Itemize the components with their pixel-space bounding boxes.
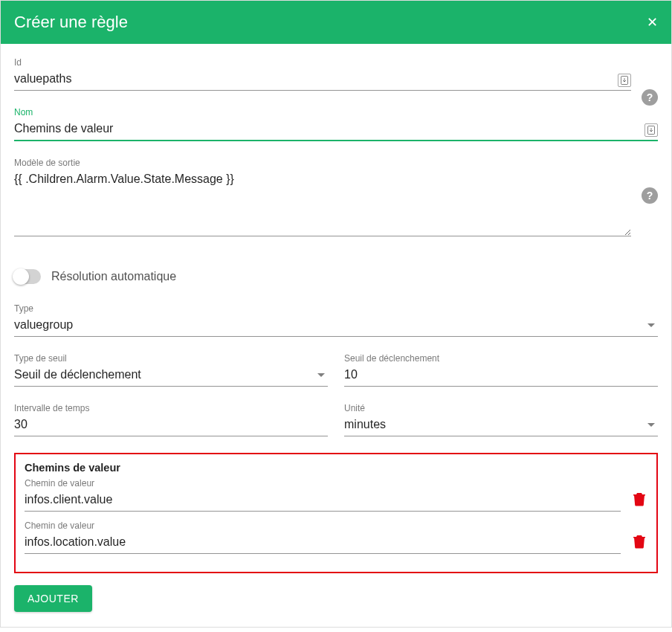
output-model-textarea[interactable]: [14, 170, 631, 236]
id-label: Id: [14, 57, 631, 68]
delete-path-button[interactable]: [631, 532, 647, 552]
modal-header: Créer une règle ✕: [1, 1, 671, 44]
auto-resolution-label: Résolution automatique: [51, 270, 176, 283]
input-suffix-icon: [644, 123, 658, 137]
value-path-input[interactable]: [25, 490, 621, 511]
chevron-down-icon: [647, 423, 655, 427]
type-value: valuegroup: [14, 318, 647, 332]
unit-select[interactable]: minutes: [344, 415, 658, 436]
chevron-down-icon: [317, 373, 325, 377]
modal-body: Id ? Nom Modèle de: [1, 44, 671, 627]
help-icon[interactable]: ?: [642, 89, 658, 106]
time-interval-input[interactable]: [14, 415, 328, 436]
value-path-row: Chemin de valeur: [25, 478, 647, 512]
toggle-knob: [13, 268, 29, 285]
unit-label: Unité: [344, 403, 658, 413]
auto-resolution-toggle[interactable]: [14, 269, 41, 284]
value-path-input[interactable]: [25, 532, 621, 553]
chevron-down-icon: [647, 323, 655, 327]
output-model-field: Modèle de sortie: [14, 158, 631, 239]
value-paths-title: Chemins de valeur: [25, 462, 647, 474]
id-field: Id: [14, 57, 631, 91]
value-path-label: Chemin de valeur: [25, 520, 621, 531]
trash-icon: [633, 534, 646, 549]
value-path-label: Chemin de valeur: [25, 478, 621, 488]
name-input[interactable]: [14, 119, 640, 140]
modal-title: Créer une règle: [14, 13, 128, 32]
output-model-label: Modèle de sortie: [14, 158, 631, 168]
trash-icon: [633, 491, 646, 506]
time-interval-label: Intervalle de temps: [14, 403, 328, 413]
id-input[interactable]: [14, 69, 613, 90]
help-icon[interactable]: ?: [642, 187, 658, 204]
threshold-type-field: Type de seuil Seuil de déclenchement: [14, 353, 328, 387]
type-select[interactable]: valuegroup: [14, 315, 658, 337]
name-label: Nom: [14, 107, 658, 117]
value-paths-panel: Chemins de valeur Chemin de valeur Chemi…: [14, 453, 658, 573]
auto-resolution-row: Résolution automatique: [14, 269, 658, 284]
add-button[interactable]: AJOUTER: [14, 585, 92, 612]
delete-path-button[interactable]: [631, 490, 647, 510]
threshold-type-select[interactable]: Seuil de déclenchement: [14, 365, 328, 387]
trigger-threshold-field: Seuil de déclenchement: [344, 353, 658, 387]
threshold-type-value: Seuil de déclenchement: [14, 368, 317, 381]
unit-field: Unité minutes: [344, 403, 658, 436]
time-interval-field: Intervalle de temps: [14, 403, 328, 436]
value-path-row: Chemin de valeur: [25, 520, 647, 554]
trigger-threshold-label: Seuil de déclenchement: [344, 353, 658, 364]
close-button[interactable]: ✕: [647, 16, 658, 29]
trigger-threshold-input[interactable]: [344, 365, 658, 386]
input-suffix-icon: [618, 74, 631, 87]
close-icon: ✕: [647, 15, 658, 30]
name-field: Nom: [14, 107, 658, 141]
unit-value: minutes: [344, 418, 647, 431]
type-label: Type: [14, 303, 658, 314]
create-rule-modal: Créer une règle ✕ Id ? Nom: [0, 0, 672, 628]
type-field: Type valuegroup: [14, 303, 658, 337]
threshold-type-label: Type de seuil: [14, 353, 328, 364]
